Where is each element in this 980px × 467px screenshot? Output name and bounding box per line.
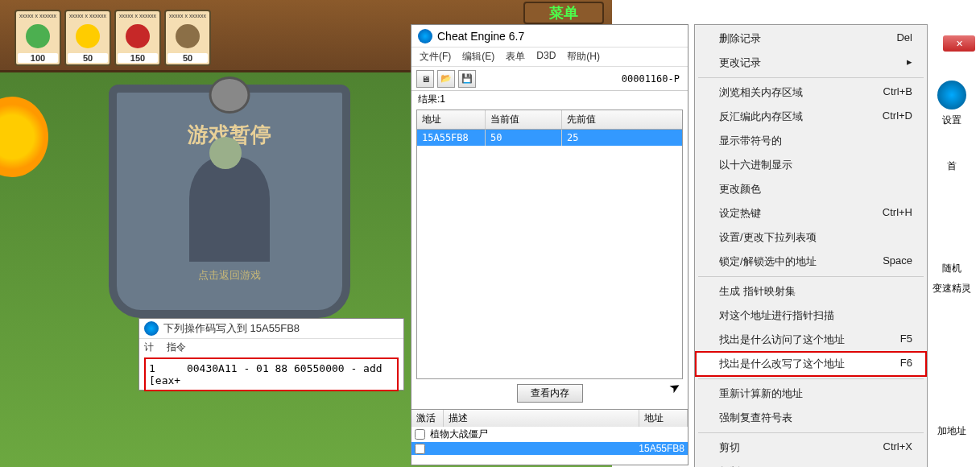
menu-separator (698, 77, 924, 78)
menu-edit[interactable]: 编辑(E) (462, 50, 494, 64)
col-active[interactable]: 激活 (411, 410, 444, 427)
context-menu: 删除记录Del更改记录浏览相关内存区域Ctrl+B反汇编此内存区域Ctrl+D显… (694, 24, 928, 467)
active-checkbox[interactable] (415, 444, 425, 454)
context-menu-item[interactable]: 找出是什么改写了这个地址F6 (695, 351, 927, 377)
active-checkbox[interactable] (415, 429, 425, 440)
opcode-row[interactable]: 1 00430A11 - 01 88 60550000 - add [eax+ (144, 357, 399, 391)
context-menu-item[interactable]: 锁定/解锁选中的地址Space (695, 250, 927, 274)
address-row[interactable]: 植物大战僵尸 (411, 427, 688, 442)
open-process-button[interactable]: 🖥 (416, 70, 434, 88)
context-menu-item[interactable]: 显示带符号的 (695, 129, 927, 153)
plant-icon (26, 24, 50, 48)
context-menu-item[interactable]: 更改颜色 (695, 177, 927, 201)
opcode-headers: 计 指令 (139, 339, 403, 356)
pause-dialog: 游戏暂停 点击返回游戏 (109, 85, 350, 318)
plant-icon (76, 24, 100, 48)
plant-icon (126, 24, 150, 48)
menu-separator (698, 276, 924, 277)
label-item[interactable]: 随机 (940, 259, 964, 278)
context-menu-item[interactable]: 找出是什么访问了这个地址F5 (695, 328, 927, 352)
context-menu-item[interactable]: 强制复查符号表 (695, 406, 927, 430)
view-memory-row: 查看内存 (411, 381, 688, 406)
results-count: 结果:1 (411, 91, 688, 108)
opcode-title: 下列操作码写入到 15A55FB8 (139, 319, 403, 339)
ce-titlebar[interactable]: Cheat Engine 6.7 (411, 25, 688, 48)
results-header: 地址 当前值 先前值 (417, 110, 682, 130)
context-menu-item[interactable]: 重新计算新的地址 (695, 382, 927, 406)
menu-d3d[interactable]: D3D (536, 50, 556, 64)
menu-separator (698, 432, 924, 433)
results-table: 地址 当前值 先前值 15A55FB8 50 25 (416, 110, 683, 379)
context-menu-item[interactable]: 反汇编此内存区域Ctrl+D (695, 105, 927, 129)
context-menu-item[interactable]: 对这个地址进行指针扫描 (695, 304, 927, 328)
zombie-sprite (189, 157, 270, 262)
sunflower-sprite (0, 97, 48, 177)
seed-cost: 50 (68, 53, 108, 63)
address-list-header: 激活 描述 地址 (411, 410, 688, 427)
address-row-selected[interactable]: 15A55FB8 (411, 442, 688, 455)
seed-card-peashooter[interactable]: xxxxx x xxxxxx 100 (14, 10, 61, 66)
seed-card-wallnut[interactable]: xxxxx x xxxxxx 50 (164, 10, 211, 66)
col-address[interactable]: 地址 (417, 110, 486, 129)
ce-logo-icon (418, 29, 432, 43)
close-button[interactable]: ✕ (943, 35, 975, 52)
label-item[interactable]: 变速精灵 (930, 279, 974, 298)
ce-title: Cheat Engine 6.7 (437, 30, 524, 43)
context-menu-item[interactable]: 剪切Ctrl+X (695, 436, 927, 460)
ce-menubar: 文件(F) 编辑(E) 表单 D3D 帮助(H) (411, 48, 688, 67)
menu-table[interactable]: 表单 (506, 50, 525, 64)
context-menu-item[interactable]: 设置/更改下拉列表项 (695, 225, 927, 250)
context-menu-item[interactable]: 删除记录Del (695, 27, 927, 51)
address-list: 激活 描述 地址 植物大战僵尸 15A55FB8 (411, 409, 688, 455)
cheat-engine-window: Cheat Engine 6.7 文件(F) 编辑(E) 表单 D3D 帮助(H… (411, 24, 688, 465)
menu-button[interactable]: 菜单 (523, 2, 604, 24)
seed-cost: 150 (118, 53, 158, 63)
context-menu-item[interactable]: 设定热键Ctrl+H (695, 201, 927, 225)
seed-card-cherrybomb[interactable]: xxxxx x xxxxxx 150 (114, 10, 161, 66)
col-desc[interactable]: 描述 (444, 410, 639, 427)
col-previous[interactable]: 先前值 (562, 110, 682, 129)
label-settings[interactable]: 设置 (940, 111, 964, 130)
context-menu-item[interactable]: 浏览相关内存区域Ctrl+B (695, 81, 927, 105)
result-row[interactable]: 15A55FB8 50 25 (417, 130, 682, 146)
context-menu-item[interactable]: 生成 指针映射集 (695, 279, 927, 304)
ce-toolbar: 🖥 📂 💾 00001160-P (411, 67, 688, 91)
col-current[interactable]: 当前值 (486, 110, 562, 129)
label-item[interactable]: 首 (945, 157, 959, 176)
plant-icon (176, 24, 200, 48)
opcode-window: 下列操作码写入到 15A55FB8 计 指令 1 00430A11 - 01 8… (139, 318, 404, 391)
context-menu-item[interactable]: 更改记录 (695, 51, 927, 75)
menu-file[interactable]: 文件(F) (420, 50, 451, 64)
context-menu-item[interactable]: 以十六进制显示 (695, 153, 927, 177)
resume-hint[interactable]: 点击返回游戏 (198, 268, 261, 283)
save-button[interactable]: 💾 (458, 70, 476, 88)
right-panel: ✕ 设置 首 随机 变速精灵 加地址 (924, 32, 980, 467)
menu-help[interactable]: 帮助(H) (567, 50, 600, 64)
view-memory-button[interactable]: 查看内存 (517, 384, 583, 403)
ce-logo-icon (937, 81, 966, 110)
seed-card-sunflower[interactable]: xxxxx x xxxxxx 50 (64, 10, 111, 66)
seed-cost: 100 (18, 53, 58, 63)
menu-separator (698, 378, 924, 379)
col-addr2[interactable]: 地址 (639, 410, 688, 427)
context-menu-item[interactable]: 复制Ctrl+C (695, 460, 927, 467)
seed-cost: 50 (167, 53, 208, 63)
process-id: 00001160-P (622, 73, 683, 85)
label-item[interactable]: 加地址 (935, 422, 969, 440)
ce-icon (144, 321, 159, 336)
seed-bank: xxxxx x xxxxxx 100 xxxxx x xxxxxx 50 xxx… (14, 10, 211, 66)
open-file-button[interactable]: 📂 (437, 70, 455, 88)
